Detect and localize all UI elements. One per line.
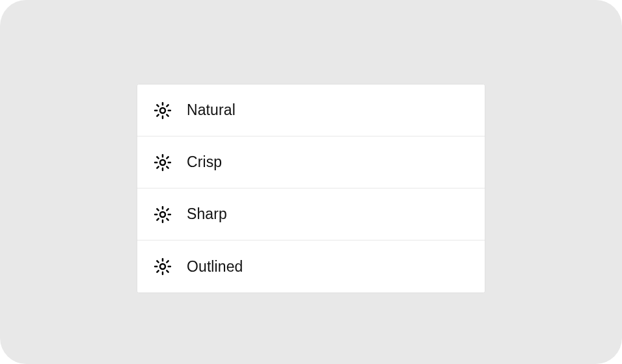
style-option-label: Outlined	[187, 258, 243, 276]
svg-line-34	[157, 270, 158, 272]
svg-point-0	[160, 108, 165, 113]
style-option-crisp[interactable]: Crisp	[137, 136, 485, 188]
svg-line-5	[157, 105, 158, 106]
svg-line-15	[167, 166, 168, 168]
svg-line-17	[167, 157, 168, 158]
style-option-outlined[interactable]: Outlined	[137, 240, 485, 292]
svg-point-9	[160, 160, 165, 165]
canvas-background: Natural Crisp	[0, 0, 622, 364]
svg-point-18	[160, 212, 165, 217]
brightness-icon	[153, 205, 172, 224]
svg-point-27	[160, 264, 165, 269]
style-option-natural[interactable]: Natural	[137, 84, 485, 136]
brightness-icon	[153, 257, 172, 276]
svg-line-24	[167, 218, 168, 220]
svg-line-33	[167, 270, 168, 272]
brightness-icon	[153, 153, 172, 172]
style-option-sharp[interactable]: Sharp	[137, 188, 485, 240]
svg-line-25	[157, 218, 158, 220]
svg-line-16	[157, 166, 158, 168]
style-option-label: Crisp	[187, 153, 222, 171]
svg-line-7	[157, 114, 158, 116]
svg-line-35	[167, 261, 168, 262]
brightness-icon	[153, 101, 172, 120]
svg-line-14	[157, 157, 158, 158]
svg-line-23	[157, 209, 158, 210]
svg-line-32	[157, 261, 158, 262]
svg-line-6	[167, 114, 168, 116]
svg-line-8	[167, 105, 168, 106]
style-option-list: Natural Crisp	[137, 84, 485, 293]
style-option-label: Sharp	[187, 205, 227, 223]
svg-line-26	[167, 209, 168, 210]
style-option-label: Natural	[187, 101, 236, 119]
